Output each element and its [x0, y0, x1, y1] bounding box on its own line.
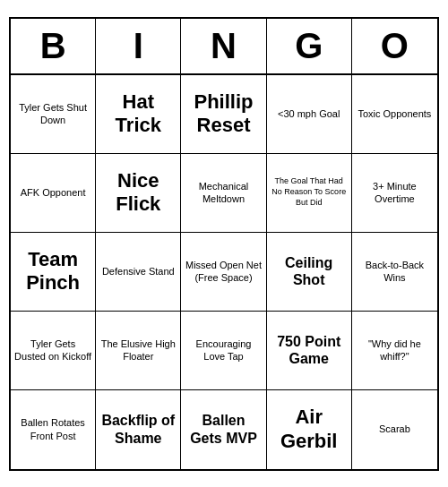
bingo-cell[interactable]: The Elusive High Floater — [96, 312, 181, 390]
cell-label: Team Pinch — [14, 248, 91, 295]
bingo-cell[interactable]: Air Gerbil — [267, 390, 352, 469]
bingo-card: BINGO Tyler Gets Shut DownHat TrickPhill… — [9, 17, 439, 471]
cell-label: Ballen Rotates Front Post — [14, 416, 91, 442]
cell-label: 3+ Minute Overtime — [356, 180, 434, 206]
bingo-cell[interactable]: Ballen Rotates Front Post — [11, 390, 96, 469]
cell-label: Tyler Gets Dusted on Kickoff — [14, 337, 91, 363]
cell-label: AFK Opponent — [21, 186, 86, 199]
cell-label: Scarab — [379, 423, 410, 435]
bingo-cell[interactable]: Mechanical Meltdown — [181, 154, 266, 233]
bingo-cell[interactable]: Hat Trick — [96, 75, 181, 154]
bingo-cell[interactable]: Back-to-Back Wins — [352, 233, 437, 312]
bingo-cell[interactable]: Encouraging Love Tap — [181, 312, 266, 390]
bingo-cell[interactable]: Scarab — [352, 390, 437, 469]
cell-label: Ceiling Shot — [271, 254, 348, 288]
cell-label: "Why did he whiff?" — [356, 337, 434, 363]
bingo-header: BINGO — [11, 19, 437, 75]
cell-label: Air Gerbil — [271, 406, 348, 453]
cell-label: Toxic Opponents — [358, 107, 431, 120]
cell-label: Ballen Gets MVP — [185, 412, 262, 446]
bingo-cell[interactable]: Ballen Gets MVP — [181, 390, 266, 469]
bingo-cell[interactable]: The Goal That Had No Reason To Score But… — [267, 154, 352, 233]
bingo-cell[interactable]: Toxic Opponents — [352, 75, 437, 154]
bingo-cell[interactable]: 3+ Minute Overtime — [352, 154, 437, 233]
bingo-cell[interactable]: Missed Open Net (Free Space) — [181, 233, 266, 312]
header-letter: O — [352, 19, 437, 73]
bingo-cell[interactable]: Defensive Stand — [96, 233, 181, 312]
bingo-cell[interactable]: <30 mph Goal — [267, 75, 352, 154]
header-letter: B — [11, 19, 96, 73]
bingo-cell[interactable]: Team Pinch — [11, 233, 96, 312]
cell-label: Phillip Reset — [185, 90, 262, 138]
bingo-cell[interactable]: Backflip of Shame — [96, 390, 181, 469]
bingo-cell[interactable]: Phillip Reset — [181, 75, 266, 154]
bingo-cell[interactable]: Ceiling Shot — [267, 233, 352, 312]
cell-label: Encouraging Love Tap — [185, 337, 262, 363]
bingo-cell[interactable]: 750 Point Game — [267, 312, 352, 390]
cell-label: Defensive Stand — [102, 265, 175, 278]
header-letter: I — [96, 19, 181, 73]
cell-label: Back-to-Back Wins — [356, 259, 434, 285]
cell-label: Mechanical Meltdown — [185, 180, 262, 206]
cell-label: 750 Point Game — [271, 333, 348, 367]
cell-label: The Elusive High Floater — [99, 337, 177, 363]
bingo-cell[interactable]: "Why did he whiff?" — [352, 312, 437, 390]
bingo-grid: Tyler Gets Shut DownHat TrickPhillip Res… — [11, 75, 437, 469]
header-letter: N — [181, 19, 266, 73]
bingo-cell[interactable]: Tyler Gets Dusted on Kickoff — [11, 312, 96, 390]
cell-label: Tyler Gets Shut Down — [14, 101, 91, 127]
bingo-cell[interactable]: AFK Opponent — [11, 154, 96, 233]
bingo-cell[interactable]: Tyler Gets Shut Down — [11, 75, 96, 154]
cell-label: <30 mph Goal — [278, 107, 340, 120]
header-letter: G — [267, 19, 352, 73]
cell-label: Missed Open Net (Free Space) — [185, 259, 262, 285]
cell-label: Backflip of Shame — [99, 412, 177, 446]
cell-label: Nice Flick — [99, 169, 177, 217]
cell-label: The Goal That Had No Reason To Score But… — [271, 176, 348, 208]
cell-label: Hat Trick — [99, 90, 177, 138]
bingo-cell[interactable]: Nice Flick — [96, 154, 181, 233]
